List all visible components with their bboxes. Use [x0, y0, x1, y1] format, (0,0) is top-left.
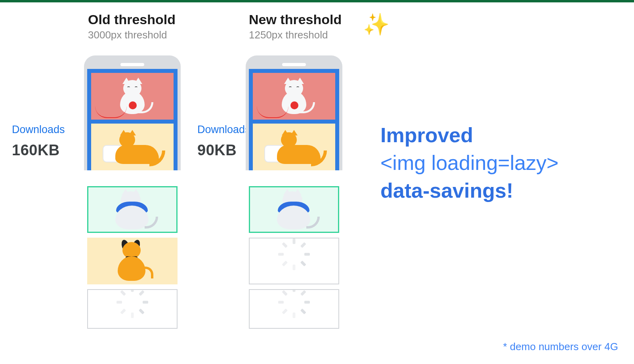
old-downloads-size: 160KB — [12, 142, 60, 159]
diagram-stage: Old threshold 3000px threshold New thres… — [0, 2, 634, 364]
headline-line1: Improved — [380, 124, 473, 147]
headline: Improved <img loading=lazy> data-savings… — [380, 121, 559, 205]
old-threshold-header: Old threshold 3000px threshold — [88, 12, 176, 41]
old-below-stack — [87, 181, 178, 329]
new-downloads-size: 90KB — [197, 142, 237, 159]
phone-speaker-icon — [282, 63, 306, 66]
new-threshold-title: New threshold — [249, 12, 342, 27]
card-cat-shoe — [253, 124, 335, 170]
new-threshold-subtitle: 1250px threshold — [249, 29, 342, 41]
cat-shoe-illustration — [103, 129, 162, 165]
new-phone-frame — [246, 55, 342, 170]
card-dog-loaded — [87, 238, 178, 284]
old-threshold-subtitle: 3000px threshold — [88, 29, 176, 41]
new-phone-screen — [249, 69, 339, 170]
card-cat-yarn — [253, 73, 335, 120]
headline-line2: <img loading=lazy> — [380, 151, 559, 174]
footnote: * demo numbers over 4G — [503, 341, 618, 353]
card-cat-cape-loaded — [87, 186, 178, 233]
card-placeholder — [249, 238, 339, 284]
headline-line3: data-savings! — [380, 179, 513, 202]
cat-cape-illustration — [111, 190, 154, 229]
new-downloads-label: Downloads — [197, 124, 250, 136]
spinner-icon — [285, 252, 304, 271]
card-cat-cape-loaded — [249, 186, 339, 233]
card-cat-shoe — [91, 124, 174, 170]
card-cat-yarn — [91, 73, 174, 120]
new-threshold-header: New threshold 1250px threshold — [249, 12, 342, 41]
spinner-icon — [285, 299, 304, 318]
old-phone-frame — [84, 55, 181, 170]
new-below-stack — [249, 181, 339, 329]
cat-shoe-illustration — [264, 129, 324, 165]
card-placeholder — [249, 289, 339, 329]
phone-speaker-icon — [120, 63, 144, 66]
sparkles-icon: ✨ — [363, 12, 390, 37]
card-placeholder — [87, 289, 178, 329]
old-threshold-title: Old threshold — [88, 12, 176, 27]
spinner-icon — [123, 299, 142, 318]
dog-illustration — [111, 241, 154, 281]
old-downloads-label: Downloads — [12, 124, 65, 136]
old-phone-screen — [87, 69, 178, 170]
cat-cape-illustration — [272, 190, 316, 229]
